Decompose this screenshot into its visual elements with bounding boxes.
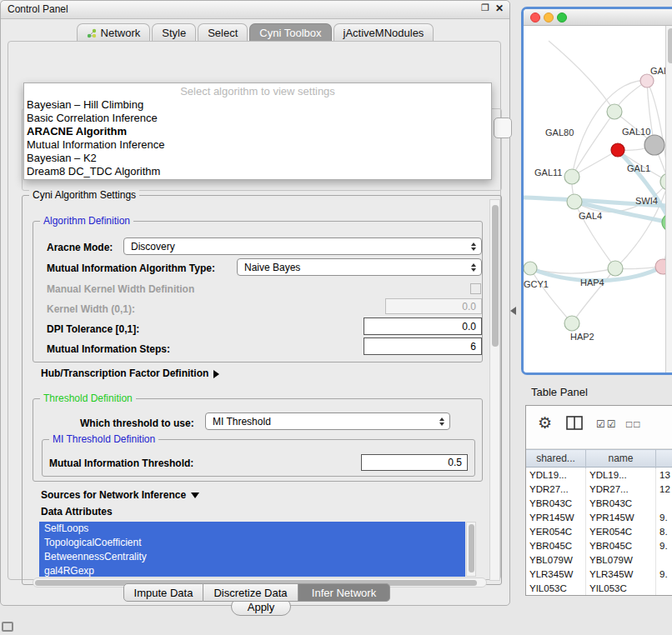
hub-section-toggle[interactable]: Hub/Transcription Factor Definition <box>41 368 219 379</box>
table-cell[interactable]: YBR043C <box>526 497 586 511</box>
mac-close-button[interactable] <box>530 12 540 22</box>
network-scrollbar[interactable] <box>665 26 672 372</box>
select-all-checkboxes-icon[interactable]: ☑☑ <box>596 418 618 430</box>
table-cell[interactable] <box>656 582 672 596</box>
tab-jactivemnodules[interactable]: jActiveMNodules <box>333 23 434 42</box>
mac-zoom-button[interactable] <box>557 12 567 22</box>
attribute-item[interactable]: gal4RGexp <box>39 564 465 577</box>
window-title: Control Panel <box>8 1 68 18</box>
table-cell[interactable]: 9. <box>656 568 672 582</box>
table-cell[interactable]: YDL19... <box>586 468 656 482</box>
docked-panel-icon[interactable] <box>2 622 13 632</box>
table-cell[interactable]: 12 <box>656 482 672 497</box>
deselect-all-checkboxes-icon[interactable]: □□ <box>626 418 642 430</box>
tab-bar: Network Style Select Cyni Toolbox jActiv… <box>1 22 509 42</box>
cyni-algorithm-settings-group: Cyni Algorithm Settings Algorithm Defini… <box>22 195 502 585</box>
column-header-extra[interactable] <box>656 450 672 468</box>
table-cell[interactable]: YDR27... <box>526 482 586 497</box>
table-cell[interactable]: 9. <box>656 511 672 525</box>
network-scrollbar-thumb[interactable] <box>668 28 672 63</box>
tab-infer-network[interactable]: Infer Network <box>298 583 390 602</box>
tab-select[interactable]: Select <box>198 23 248 42</box>
table-cell[interactable]: YBL079W <box>526 553 586 568</box>
table-cell[interactable]: YDL19... <box>526 468 586 482</box>
control-panel-titlebar[interactable]: Control Panel ❐ ✕ <box>1 1 509 19</box>
network-node[interactable] <box>608 261 623 276</box>
tab-cyni-toolbox[interactable]: Cyni Toolbox <box>249 23 331 42</box>
which-threshold-label: Which threshold to use: <box>80 418 194 429</box>
gear-icon[interactable]: ⚙ <box>538 413 552 432</box>
table-cell[interactable]: YER054C <box>586 525 656 539</box>
attributes-scrollbar-thumb[interactable] <box>469 524 474 572</box>
network-node[interactable] <box>644 135 664 155</box>
column-header-shared[interactable]: shared... <box>526 450 586 468</box>
algorithm-option[interactable]: Bayesian – K2 <box>24 152 491 165</box>
table-cell[interactable] <box>656 497 672 511</box>
table-row: YLR345WYLR345W9. <box>526 568 672 582</box>
which-threshold-combobox[interactable]: MI Threshold <box>205 412 450 430</box>
table-cell[interactable]: YPR145W <box>526 511 586 525</box>
table-cell[interactable]: YBR043C <box>586 497 656 511</box>
attribute-item[interactable]: SelfLoops <box>39 522 465 536</box>
algorithm-option[interactable]: ARACNE Algorithm <box>24 125 491 138</box>
network-edge <box>549 41 614 112</box>
columns-icon[interactable] <box>566 416 583 433</box>
table-cell[interactable]: 9. <box>656 539 672 553</box>
sources-toggle[interactable]: Sources for Network Inference <box>41 489 199 501</box>
tab-network[interactable]: Network <box>77 23 151 42</box>
close-icon[interactable]: ✕ <box>494 2 505 16</box>
mac-minimize-button[interactable] <box>544 12 554 22</box>
tab-discretize-data[interactable]: Discretize Data <box>203 583 298 602</box>
algorithm-option[interactable]: Basic Correlation Inference <box>24 112 491 125</box>
settings-scrollbar[interactable] <box>489 199 500 581</box>
network-window-titlebar[interactable] <box>524 9 672 26</box>
float-window-icon[interactable]: ❐ <box>479 2 491 16</box>
algorithm-option[interactable]: Dream8 DC_TDC Algorithm <box>24 165 491 178</box>
network-node[interactable] <box>640 74 654 88</box>
attributes-scrollbar[interactable] <box>466 522 476 577</box>
table-cell[interactable]: 13 <box>656 468 672 482</box>
network-node[interactable] <box>567 194 582 209</box>
network-canvas[interactable]: GAL80GAL10GAL11GAL1SWI4GAL4GCY1HAP4HAP2G… <box>524 26 672 372</box>
help-button[interactable] <box>494 118 512 138</box>
tab-impute-data[interactable]: Impute Data <box>123 583 203 602</box>
mi-threshold-field[interactable]: 0.5 <box>361 454 468 471</box>
combo-arrows-icon <box>471 263 476 272</box>
table-cell[interactable]: YBR045C <box>526 539 586 553</box>
table-cell[interactable]: YER054C <box>526 525 586 539</box>
kernel-width-field[interactable]: 0.0 <box>385 298 482 314</box>
network-node[interactable] <box>564 169 579 184</box>
attribute-item[interactable]: BetweennessCentrality <box>39 550 465 564</box>
hub-section-label: Hub/Transcription Factor Definition <box>41 368 208 379</box>
table-cell[interactable]: YPR145W <box>586 511 656 525</box>
mi-steps-field[interactable]: 6 <box>364 338 482 355</box>
panel-collapse-arrow[interactable] <box>510 307 516 315</box>
table-cell[interactable]: YLR345W <box>586 568 656 582</box>
table-cell[interactable] <box>656 553 672 568</box>
network-node[interactable] <box>611 143 624 157</box>
table-cell[interactable]: 8. <box>656 525 672 539</box>
manual-kernel-checkbox[interactable] <box>470 283 481 294</box>
table-cell[interactable]: YDR27... <box>586 482 656 497</box>
table-cell[interactable]: YBR045C <box>586 539 656 553</box>
table-cell[interactable]: YIL053C <box>586 582 656 596</box>
node-label: GAL4 <box>579 211 602 221</box>
algorithm-option[interactable]: Mutual Information Inference <box>24 138 491 152</box>
network-node[interactable] <box>655 259 665 274</box>
network-tab-icon <box>87 28 97 38</box>
mi-type-combobox[interactable]: Naive Bayes <box>237 258 482 276</box>
network-node[interactable] <box>564 316 579 331</box>
table-row: YER054CYER054C8. <box>526 525 672 539</box>
network-node[interactable] <box>524 262 537 275</box>
table-cell[interactable]: YBL079W <box>586 553 656 568</box>
algorithm-option[interactable]: Bayesian – Hill Climbing <box>24 98 491 112</box>
dpi-tolerance-field[interactable]: 0.0 <box>364 318 482 335</box>
column-header-name[interactable]: name <box>586 450 656 468</box>
table-cell[interactable]: YIL053C <box>526 582 586 596</box>
attribute-item[interactable]: TopologicalCoefficient <box>39 536 465 550</box>
settings-scrollbar-thumb[interactable] <box>492 205 499 347</box>
network-node[interactable] <box>607 104 622 119</box>
table-cell[interactable]: YLR345W <box>526 568 586 582</box>
tab-style[interactable]: Style <box>152 23 196 42</box>
aracne-mode-combobox[interactable]: Discovery <box>123 238 482 255</box>
